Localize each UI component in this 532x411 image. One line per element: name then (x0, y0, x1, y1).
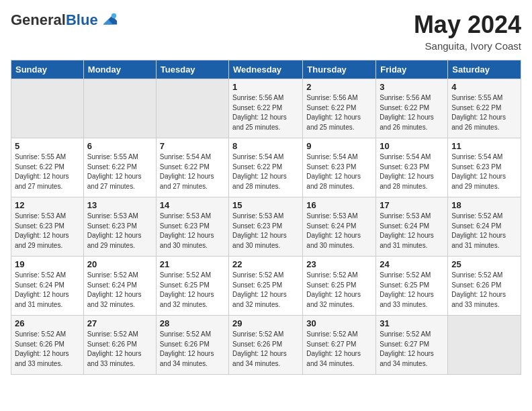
svg-point-2 (111, 13, 116, 18)
calendar-cell: 3Sunrise: 5:56 AMSunset: 6:22 PMDaylight… (376, 79, 448, 138)
day-number: 23 (306, 259, 372, 269)
day-number: 7 (160, 141, 225, 151)
calendar-week-row: 26Sunrise: 5:52 AMSunset: 6:26 PMDayligh… (11, 316, 521, 375)
calendar-cell: 15Sunrise: 5:53 AMSunset: 6:23 PMDayligh… (229, 197, 303, 257)
day-number: 28 (160, 318, 225, 328)
day-number: 19 (15, 259, 80, 269)
day-number: 29 (232, 318, 299, 328)
calendar-cell: 20Sunrise: 5:52 AMSunset: 6:24 PMDayligh… (83, 257, 156, 316)
day-number: 8 (232, 141, 299, 151)
day-number: 21 (160, 259, 225, 269)
day-info: Sunrise: 5:52 AMSunset: 6:26 PMDaylight:… (451, 271, 517, 310)
weekday-header: Saturday (448, 60, 521, 79)
day-number: 12 (15, 200, 80, 210)
day-info: Sunrise: 5:52 AMSunset: 6:27 PMDaylight:… (306, 330, 372, 369)
day-number: 24 (380, 259, 444, 269)
calendar-week-row: 19Sunrise: 5:52 AMSunset: 6:24 PMDayligh… (11, 257, 521, 316)
calendar-cell: 25Sunrise: 5:52 AMSunset: 6:26 PMDayligh… (448, 257, 521, 316)
day-number: 30 (306, 318, 372, 328)
calendar-cell: 7Sunrise: 5:54 AMSunset: 6:22 PMDaylight… (156, 138, 228, 197)
day-info: Sunrise: 5:52 AMSunset: 6:24 PMDaylight:… (451, 212, 517, 250)
day-info: Sunrise: 5:52 AMSunset: 6:24 PMDaylight:… (15, 271, 80, 310)
day-info: Sunrise: 5:53 AMSunset: 6:24 PMDaylight:… (306, 212, 372, 250)
day-info: Sunrise: 5:53 AMSunset: 6:23 PMDaylight:… (232, 212, 299, 250)
calendar-cell (83, 79, 156, 138)
calendar-week-row: 1Sunrise: 5:56 AMSunset: 6:22 PMDaylight… (11, 79, 521, 138)
calendar-cell (156, 79, 228, 138)
weekday-header: Wednesday (229, 60, 303, 79)
calendar-cell: 28Sunrise: 5:52 AMSunset: 6:26 PMDayligh… (156, 316, 228, 375)
calendar-cell: 18Sunrise: 5:52 AMSunset: 6:24 PMDayligh… (448, 197, 521, 257)
day-number: 5 (15, 141, 80, 151)
day-info: Sunrise: 5:52 AMSunset: 6:26 PMDaylight:… (15, 330, 80, 369)
calendar-cell: 4Sunrise: 5:55 AMSunset: 6:22 PMDaylight… (448, 79, 521, 138)
title-block: May 2024 Sanguita, Ivory Coast (414, 11, 521, 52)
calendar-cell: 22Sunrise: 5:52 AMSunset: 6:25 PMDayligh… (229, 257, 303, 316)
day-info: Sunrise: 5:56 AMSunset: 6:22 PMDaylight:… (380, 93, 444, 132)
day-number: 14 (160, 200, 225, 210)
day-info: Sunrise: 5:53 AMSunset: 6:23 PMDaylight:… (160, 212, 225, 250)
calendar-cell: 16Sunrise: 5:53 AMSunset: 6:24 PMDayligh… (303, 197, 376, 257)
day-info: Sunrise: 5:55 AMSunset: 6:22 PMDaylight:… (87, 152, 152, 191)
weekday-header: Tuesday (156, 60, 228, 79)
header-row: SundayMondayTuesdayWednesdayThursdayFrid… (11, 60, 521, 79)
calendar-cell: 9Sunrise: 5:54 AMSunset: 6:23 PMDaylight… (303, 138, 376, 197)
day-info: Sunrise: 5:53 AMSunset: 6:24 PMDaylight:… (380, 212, 444, 250)
calendar-cell: 19Sunrise: 5:52 AMSunset: 6:24 PMDayligh… (11, 257, 84, 316)
day-info: Sunrise: 5:56 AMSunset: 6:22 PMDaylight:… (232, 93, 299, 132)
calendar-cell: 6Sunrise: 5:55 AMSunset: 6:22 PMDaylight… (83, 138, 156, 197)
day-number: 13 (87, 200, 152, 210)
calendar-cell: 11Sunrise: 5:54 AMSunset: 6:23 PMDayligh… (448, 138, 521, 197)
day-info: Sunrise: 5:55 AMSunset: 6:22 PMDaylight:… (451, 93, 517, 132)
day-info: Sunrise: 5:54 AMSunset: 6:23 PMDaylight:… (306, 152, 372, 191)
day-info: Sunrise: 5:52 AMSunset: 6:26 PMDaylight:… (232, 330, 299, 369)
day-number: 6 (87, 141, 152, 151)
day-number: 25 (451, 259, 517, 269)
month-title: May 2024 (414, 11, 521, 39)
weekday-header: Sunday (11, 60, 84, 79)
day-number: 4 (451, 82, 517, 92)
day-info: Sunrise: 5:52 AMSunset: 6:26 PMDaylight:… (87, 330, 152, 369)
calendar-cell: 14Sunrise: 5:53 AMSunset: 6:23 PMDayligh… (156, 197, 228, 257)
weekday-header: Monday (83, 60, 156, 79)
day-info: Sunrise: 5:54 AMSunset: 6:22 PMDaylight:… (160, 152, 225, 191)
day-info: Sunrise: 5:52 AMSunset: 6:27 PMDaylight:… (380, 330, 444, 369)
calendar-cell: 24Sunrise: 5:52 AMSunset: 6:25 PMDayligh… (376, 257, 448, 316)
calendar-cell: 13Sunrise: 5:53 AMSunset: 6:23 PMDayligh… (83, 197, 156, 257)
day-info: Sunrise: 5:52 AMSunset: 6:24 PMDaylight:… (87, 271, 152, 310)
day-number: 31 (380, 318, 444, 328)
day-number: 27 (87, 318, 152, 328)
day-info: Sunrise: 5:54 AMSunset: 6:23 PMDaylight:… (380, 152, 444, 191)
day-number: 22 (232, 259, 299, 269)
logo-general: General (11, 11, 66, 28)
calendar-cell: 1Sunrise: 5:56 AMSunset: 6:22 PMDaylight… (229, 79, 303, 138)
calendar-cell: 27Sunrise: 5:52 AMSunset: 6:26 PMDayligh… (83, 316, 156, 375)
calendar-table: SundayMondayTuesdayWednesdayThursdayFrid… (11, 60, 521, 375)
calendar-week-row: 12Sunrise: 5:53 AMSunset: 6:23 PMDayligh… (11, 197, 521, 257)
day-info: Sunrise: 5:53 AMSunset: 6:23 PMDaylight:… (87, 212, 152, 250)
calendar-cell: 29Sunrise: 5:52 AMSunset: 6:26 PMDayligh… (229, 316, 303, 375)
day-info: Sunrise: 5:56 AMSunset: 6:22 PMDaylight:… (306, 93, 372, 132)
calendar-cell: 12Sunrise: 5:53 AMSunset: 6:23 PMDayligh… (11, 197, 84, 257)
calendar-cell: 5Sunrise: 5:55 AMSunset: 6:22 PMDaylight… (11, 138, 84, 197)
calendar-cell: 8Sunrise: 5:54 AMSunset: 6:22 PMDaylight… (229, 138, 303, 197)
day-info: Sunrise: 5:52 AMSunset: 6:25 PMDaylight:… (306, 271, 372, 310)
day-number: 18 (451, 200, 517, 210)
logo-icon (99, 11, 118, 30)
day-info: Sunrise: 5:52 AMSunset: 6:25 PMDaylight:… (232, 271, 299, 310)
day-info: Sunrise: 5:52 AMSunset: 6:25 PMDaylight:… (160, 271, 225, 310)
calendar-cell: 17Sunrise: 5:53 AMSunset: 6:24 PMDayligh… (376, 197, 448, 257)
day-number: 10 (380, 141, 444, 151)
logo-blue: Blue (66, 11, 98, 28)
calendar-cell: 30Sunrise: 5:52 AMSunset: 6:27 PMDayligh… (303, 316, 376, 375)
day-number: 20 (87, 259, 152, 269)
weekday-header: Thursday (303, 60, 376, 79)
day-number: 16 (306, 200, 372, 210)
calendar-cell: 2Sunrise: 5:56 AMSunset: 6:22 PMDaylight… (303, 79, 376, 138)
calendar-cell: 26Sunrise: 5:52 AMSunset: 6:26 PMDayligh… (11, 316, 84, 375)
day-number: 2 (306, 82, 372, 92)
day-number: 11 (451, 141, 517, 151)
day-number: 17 (380, 200, 444, 210)
day-info: Sunrise: 5:52 AMSunset: 6:26 PMDaylight:… (160, 330, 225, 369)
day-number: 15 (232, 200, 299, 210)
